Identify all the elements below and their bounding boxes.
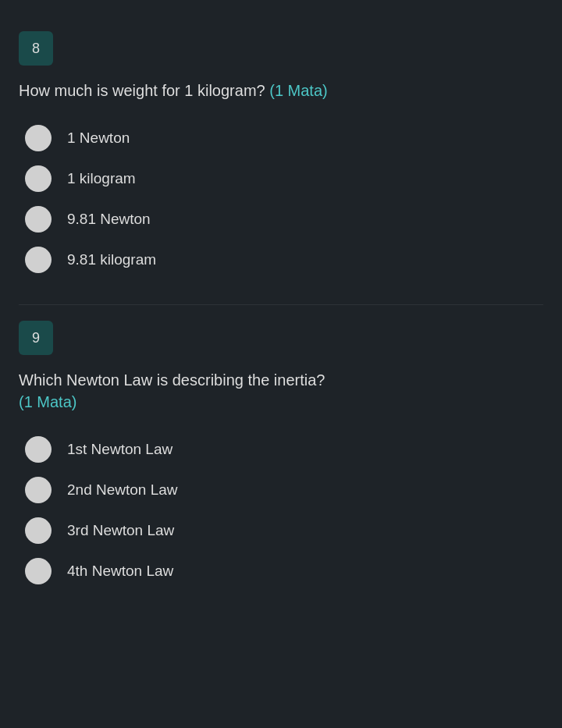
option-q8-d[interactable]: 9.81 kilogram bbox=[25, 247, 543, 273]
option-label-q8-b: 1 kilogram bbox=[67, 170, 136, 187]
radio-q8-a[interactable] bbox=[25, 125, 52, 151]
option-label-q9-d: 4th Newton Law bbox=[67, 563, 173, 580]
question-marks-9: (1 Mata) bbox=[19, 393, 76, 410]
question-text-8: How much is weight for 1 kilogram? (1 Ma… bbox=[19, 80, 543, 101]
option-q8-b[interactable]: 1 kilogram bbox=[25, 165, 543, 192]
radio-q8-c[interactable] bbox=[25, 206, 52, 233]
question-number-9: 9 bbox=[19, 321, 53, 355]
option-label-q8-d: 9.81 kilogram bbox=[67, 251, 156, 268]
radio-q9-c[interactable] bbox=[25, 517, 52, 544]
option-label-q9-a: 1st Newton Law bbox=[67, 441, 173, 458]
radio-q9-d[interactable] bbox=[25, 558, 52, 584]
option-q8-a[interactable]: 1 Newton bbox=[25, 125, 543, 151]
option-q9-b[interactable]: 2nd Newton Law bbox=[25, 477, 543, 503]
question-number-8: 8 bbox=[19, 31, 53, 66]
radio-q8-d[interactable] bbox=[25, 247, 52, 273]
option-q8-c[interactable]: 9.81 Newton bbox=[25, 206, 543, 233]
option-q9-d[interactable]: 4th Newton Law bbox=[25, 558, 543, 584]
radio-q8-b[interactable] bbox=[25, 165, 52, 192]
option-q9-a[interactable]: 1st Newton Law bbox=[25, 436, 543, 463]
option-label-q8-a: 1 Newton bbox=[67, 130, 130, 147]
question-text-9: Which Newton Law is describing the inert… bbox=[19, 369, 543, 413]
option-q9-c[interactable]: 3rd Newton Law bbox=[25, 517, 543, 544]
radio-q9-a[interactable] bbox=[25, 436, 52, 463]
option-label-q8-c: 9.81 Newton bbox=[67, 211, 151, 228]
question-marks-8: (1 Mata) bbox=[269, 82, 327, 99]
option-label-q9-c: 3rd Newton Law bbox=[67, 522, 174, 539]
question-block-8: 8 How much is weight for 1 kilogram? (1 … bbox=[0, 16, 562, 297]
radio-q9-b[interactable] bbox=[25, 477, 52, 503]
option-label-q9-b: 2nd Newton Law bbox=[67, 481, 178, 499]
question-block-9: 9 Which Newton Law is describing the ine… bbox=[0, 305, 562, 608]
options-list-8: 1 Newton 1 kilogram 9.81 Newton 9.81 kil… bbox=[19, 125, 543, 273]
options-list-9: 1st Newton Law 2nd Newton Law 3rd Newton… bbox=[19, 436, 543, 584]
